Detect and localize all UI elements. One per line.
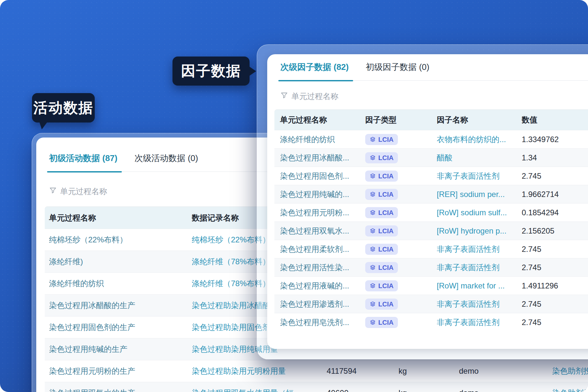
cell-amount: 4117594 (327, 367, 399, 376)
badge-label: LCIA (378, 227, 394, 235)
cell-unit-process-name: 染色过程用元明粉... (274, 207, 365, 218)
cell-source: demo (459, 388, 552, 392)
activity-table-row[interactable]: 染色过程用双氧水的生产 染色过程用双氧水使用量（短... 40600 kg de… (45, 382, 588, 392)
badge-label: LCIA (378, 246, 394, 253)
cell-factor-name-link[interactable]: 非离子表面活性剂 (437, 262, 522, 273)
layers-icon (369, 301, 376, 307)
column-header-factor-name: 因子名称 (437, 115, 522, 125)
factor-table-row[interactable]: 染色过程用固色剂... LCIA 非离子表面活性剂 2.745 (274, 167, 588, 185)
factor-table-row[interactable]: 染色过程用皂洗剂... LCIA 非离子表面活性剂 2.745 (274, 313, 588, 331)
factor-filter-placeholder: 单元过程名称 (291, 91, 338, 102)
tab-primary-activity-data[interactable]: 初级活动数据 (87) (49, 153, 117, 172)
factor-table-body: 涤纶纤维的纺织 LCIA 衣物布料的纺织的... 1.3349762 染色过程用… (274, 130, 588, 331)
factor-table-row[interactable]: 染色过程用元明粉... LCIA [RoW] sodium sulf... 0.… (274, 203, 588, 221)
cell-value: 1.3349762 (522, 135, 588, 144)
cell-value: 2.745 (522, 172, 588, 181)
cell-factor-name-link[interactable]: 非离子表面活性剂 (437, 317, 522, 328)
cell-value: 2.745 (522, 300, 588, 309)
cell-factor-type: LCIA (365, 207, 437, 218)
lcia-badge: LCIA (365, 262, 398, 273)
factor-table: 单元过程名称 因子类型 因子名称 数值 涤纶纤维的纺织 LCIA 衣物布料的纺织… (274, 109, 588, 331)
filter-funnel-icon (49, 187, 57, 196)
badge-label: LCIA (378, 136, 394, 143)
cell-unit: kg (399, 367, 459, 376)
layers-icon (369, 246, 376, 253)
layers-icon (369, 191, 376, 198)
factor-table-row[interactable]: 染色过程用纯碱的... LCIA [RER] sodium per... 1.9… (274, 185, 588, 203)
cell-unit-process-name: 染色过程用冰醋酸... (274, 153, 365, 163)
cell-factor-name-link[interactable]: [RoW] hydrogen p... (437, 226, 522, 236)
cell-value: 1.4911296 (522, 281, 588, 290)
factor-tabs: 次级因子数据 (82) 初级因子数据 (0) (280, 62, 588, 81)
badge-label: LCIA (378, 301, 394, 308)
column-header-factor-type: 因子类型 (365, 115, 437, 125)
tab-secondary-activity-data[interactable]: 次级活动数据 (0) (134, 153, 198, 172)
cell-factor-name-link[interactable]: 非离子表面活性剂 (437, 244, 522, 254)
layers-icon (369, 319, 376, 326)
factor-table-row[interactable]: 染色过程用液碱的... LCIA [RoW] market for ... 1.… (274, 276, 588, 295)
cell-value: 2.745 (522, 245, 588, 254)
factor-table-row[interactable]: 染色过程用双氧水... LCIA [RoW] hydrogen p... 2.1… (274, 221, 588, 240)
factor-table-header: 单元过程名称 因子类型 因子名称 数值 (274, 109, 588, 130)
cell-unit-process-name: 染色过程用冰醋酸的生产 (45, 300, 192, 311)
cell-extra-link[interactable]: 染色助剂投 (552, 388, 588, 392)
cell-unit-process-name: 涤纶纤维的纺织 (45, 278, 192, 289)
factor-panel-card: 次级因子数据 (82) 初级因子数据 (0) 单元过程名称 单元过程名称 因子类… (267, 54, 588, 349)
cell-factor-name-link[interactable]: 非离子表面活性剂 (437, 171, 522, 181)
cell-data-record-link[interactable]: 染色过程用双氧水使用量（短... (192, 388, 327, 392)
cell-factor-type: LCIA (365, 171, 437, 182)
factor-table-row[interactable]: 涤纶纤维的纺织 LCIA 衣物布料的纺织的... 1.3349762 (274, 130, 588, 148)
layers-icon (369, 209, 376, 216)
cell-amount: 40600 (327, 388, 399, 392)
cell-unit-process-name: 染色过程用纯碱的生产 (45, 344, 192, 354)
lcia-badge: LCIA (365, 299, 398, 310)
cell-factor-type: LCIA (365, 189, 437, 200)
factor-table-row[interactable]: 染色过程用冰醋酸... LCIA 醋酸 1.34 (274, 148, 588, 167)
cell-unit-process-name: 涤纶纤维的纺织 (274, 134, 365, 145)
badge-label: LCIA (378, 264, 394, 271)
cell-factor-type: LCIA (365, 262, 437, 273)
activity-data-callout: 活动数据 (32, 93, 95, 122)
cell-unit-process-name: 染色过程用柔软剂... (274, 244, 365, 254)
layers-icon (369, 283, 376, 289)
factor-filter-input[interactable]: 单元过程名称 (280, 91, 588, 102)
cell-unit-process-name: 染色过程用活性染... (274, 262, 365, 273)
lcia-badge: LCIA (365, 207, 398, 218)
factor-table-row[interactable]: 染色过程用渗透剂... LCIA 非离子表面活性剂 2.745 (274, 295, 588, 313)
badge-label: LCIA (378, 191, 394, 198)
cell-factor-name-link[interactable]: 醋酸 (437, 153, 522, 163)
cell-data-record-link[interactable]: 染色过程助染用元明粉用量 (192, 366, 327, 376)
layers-icon (369, 228, 376, 234)
screenshot-canvas: 初级活动数据 (87) 次级活动数据 (0) 单元过程名称 单元过程名称 数据记… (0, 0, 588, 392)
factor-data-callout: 因子数据 (172, 57, 250, 86)
cell-unit-process-name: 涤纶纤维) (45, 256, 192, 267)
cell-factor-name-link[interactable]: [RER] sodium per... (437, 190, 522, 199)
cell-unit: kg (399, 388, 459, 392)
filter-funnel-icon (280, 91, 288, 101)
column-header-value: 数值 (522, 115, 588, 125)
badge-label: LCIA (378, 282, 394, 289)
activity-table-row[interactable]: 染色过程用元明粉的生产 染色过程助染用元明粉用量 4117594 kg demo… (45, 360, 588, 382)
cell-unit-process-name: 染色过程用元明粉的生产 (45, 366, 192, 376)
cell-unit-process-name: 染色过程用双氧水... (274, 226, 365, 236)
cell-factor-name-link[interactable]: 衣物布料的纺织的... (437, 134, 522, 145)
cell-unit-process-name: 染色过程用固色剂... (274, 171, 365, 181)
layers-icon (369, 173, 376, 179)
factor-table-row[interactable]: 染色过程用活性染... LCIA 非离子表面活性剂 2.745 (274, 258, 588, 276)
cell-factor-name-link[interactable]: 非离子表面活性剂 (437, 299, 522, 309)
lcia-badge: LCIA (365, 171, 398, 182)
cell-factor-name-link[interactable]: [RoW] market for ... (437, 281, 522, 290)
cell-unit-process-name: 染色过程用液碱的... (274, 281, 365, 291)
column-header-unit-process: 单元过程名称 (45, 213, 192, 223)
badge-label: LCIA (378, 319, 394, 326)
cell-factor-type: LCIA (365, 225, 437, 237)
tab-secondary-factor-data[interactable]: 次级因子数据 (82) (280, 62, 349, 80)
tab-primary-factor-data[interactable]: 初级因子数据 (0) (366, 62, 429, 80)
cell-factor-name-link[interactable]: [RoW] sodium sulf... (437, 208, 522, 217)
cell-extra-link[interactable]: 染色助剂投 (552, 366, 588, 376)
layers-icon (369, 264, 376, 271)
cell-value: 1.9662714 (522, 190, 588, 199)
factor-table-row[interactable]: 染色过程用柔软剂... LCIA 非离子表面活性剂 2.745 (274, 240, 588, 258)
cell-value: 2.745 (522, 318, 588, 327)
cell-unit-process-name: 纯棉坯纱（22%布料） (45, 235, 192, 245)
